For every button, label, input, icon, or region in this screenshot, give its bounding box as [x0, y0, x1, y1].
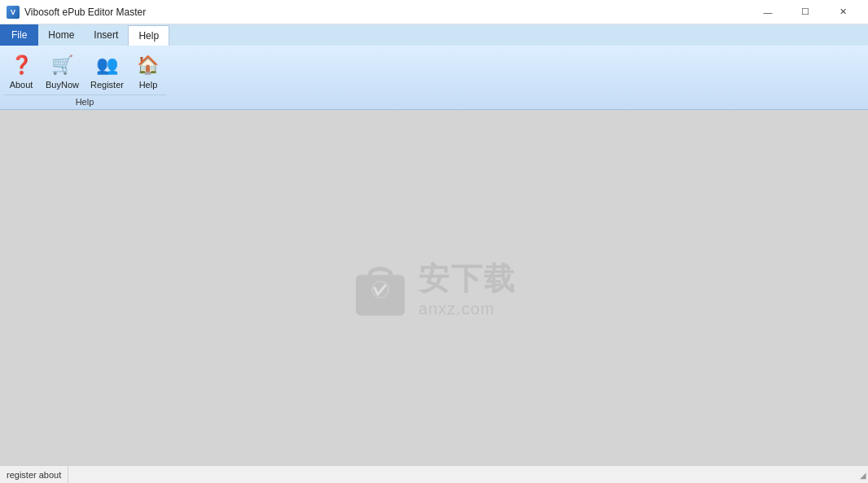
ribbon: ❓ About 🛒 BuyNow 👥 Register 🏠 Help Help [0, 46, 868, 110]
watermark: 安下载 anxz.com [352, 257, 516, 318]
ribbon-group-help: ❓ About 🛒 BuyNow 👥 Register 🏠 Help Help [3, 49, 166, 109]
ribbon-btn-buynow[interactable]: 🛒 BuyNow [41, 49, 84, 93]
watermark-text: 安下载 anxz.com [419, 257, 516, 318]
menu-bar: File Home Insert Help [0, 24, 868, 46]
window-controls: — ☐ ✕ [749, 0, 861, 24]
about-label: About [10, 80, 33, 90]
about-icon: ❓ [8, 52, 34, 78]
svg-point-1 [372, 282, 388, 298]
menu-item-file[interactable]: File [0, 24, 38, 46]
title-bar-left: V Vibosoft ePub Editor Master [7, 6, 146, 19]
minimize-button[interactable]: — [749, 0, 787, 24]
resize-icon: ◢ [860, 471, 866, 480]
ribbon-btn-help[interactable]: 🏠 Help [130, 49, 166, 93]
svg-rect-0 [356, 275, 405, 316]
help-icon: 🏠 [135, 52, 161, 78]
buynow-label: BuyNow [46, 80, 79, 90]
ribbon-btn-about[interactable]: ❓ About [3, 49, 39, 93]
close-button[interactable]: ✕ [824, 0, 861, 24]
register-icon: 👥 [94, 52, 120, 78]
menu-item-help[interactable]: Help [128, 25, 169, 46]
status-text: register about [0, 466, 68, 483]
menu-item-insert[interactable]: Insert [84, 24, 128, 46]
app-title: Vibosoft ePub Editor Master [24, 7, 146, 18]
main-area: 安下载 anxz.com [0, 110, 868, 465]
title-bar: V Vibosoft ePub Editor Master — ☐ ✕ [0, 0, 868, 24]
help-label: Help [139, 80, 158, 90]
register-label: Register [90, 80, 124, 90]
watermark-url: anxz.com [419, 299, 495, 318]
ribbon-group-label: Help [3, 94, 166, 109]
ribbon-btn-register[interactable]: 👥 Register [85, 49, 129, 93]
status-bar: register about ◢ [0, 465, 868, 483]
resize-handle[interactable]: ◢ [855, 468, 868, 481]
ribbon-content: ❓ About 🛒 BuyNow 👥 Register 🏠 Help Help [0, 46, 868, 109]
buynow-icon: 🛒 [49, 52, 75, 78]
watermark-bag-icon [352, 257, 409, 318]
maximize-button[interactable]: ☐ [787, 0, 824, 24]
watermark-chinese: 安下载 [419, 257, 516, 299]
app-icon: V [7, 6, 20, 19]
menu-item-home[interactable]: Home [38, 24, 84, 46]
ribbon-buttons: ❓ About 🛒 BuyNow 👥 Register 🏠 Help [3, 49, 166, 93]
